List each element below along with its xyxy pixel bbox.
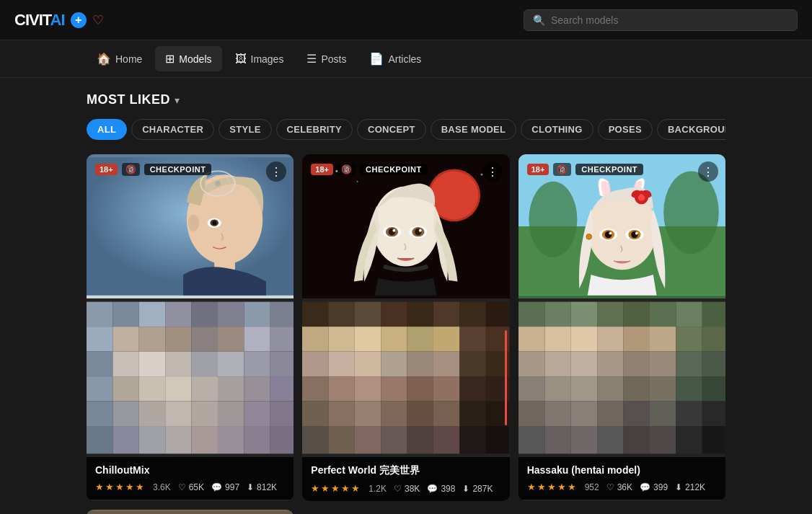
svg-rect-178 — [650, 402, 676, 426]
filter-tab-poses[interactable]: POSES — [598, 119, 653, 140]
svg-rect-116 — [355, 426, 381, 453]
svg-rect-120 — [460, 426, 486, 453]
nav-articles-label: Articles — [388, 53, 421, 65]
svg-rect-31 — [218, 352, 244, 376]
svg-rect-169 — [623, 376, 649, 401]
svg-rect-82 — [302, 327, 328, 351]
svg-rect-164 — [702, 352, 725, 376]
svg-rect-10 — [87, 302, 112, 327]
svg-rect-119 — [433, 426, 459, 453]
nav-articles[interactable]: 📄 Articles — [359, 46, 431, 71]
svg-rect-77 — [381, 302, 407, 327]
svg-rect-188 — [702, 426, 725, 453]
card3-menu-button[interactable]: ⋮ — [698, 161, 718, 182]
model-card-1[interactable]: 18+ 🔞 CHECKPOINT ⋮ ChilloutMix ★ ★ ★ ★ ★ — [87, 154, 294, 501]
model-card-4[interactable]: CHECKPOINT ⋮ — [87, 510, 294, 514]
card1-blur-svg — [87, 298, 294, 457]
svg-rect-151 — [570, 327, 596, 351]
svg-point-69 — [393, 229, 396, 232]
svg-rect-25 — [270, 327, 294, 351]
logo-blue: AI — [50, 11, 65, 29]
svg-rect-79 — [433, 302, 459, 327]
svg-rect-153 — [623, 327, 649, 351]
svg-rect-14 — [192, 302, 218, 327]
search-input[interactable] — [551, 14, 788, 26]
svg-rect-92 — [355, 352, 381, 376]
svg-rect-34 — [87, 376, 112, 401]
sort-chevron-icon[interactable]: ▾ — [175, 94, 180, 106]
svg-rect-45 — [165, 402, 191, 426]
card2-stars: ★ ★ ★ ★ ★ — [311, 483, 360, 494]
filter-tab-style[interactable]: STYLE — [219, 119, 271, 140]
svg-rect-16 — [244, 302, 270, 327]
svg-rect-154 — [650, 327, 676, 351]
svg-rect-48 — [244, 402, 270, 426]
svg-rect-47 — [218, 402, 244, 426]
svg-rect-165 — [518, 376, 544, 401]
svg-rect-36 — [139, 376, 165, 401]
svg-rect-171 — [676, 376, 702, 401]
svg-rect-174 — [544, 402, 570, 426]
filter-tab-clothing[interactable]: CLOTHING — [521, 119, 593, 140]
logo-plus-button[interactable]: + — [71, 12, 87, 28]
svg-rect-98 — [302, 376, 328, 401]
svg-rect-185 — [623, 426, 649, 453]
search-bar[interactable]: 🔍 — [524, 9, 798, 31]
filter-tabs: ALL CHARACTER STYLE CELEBRITY CONCEPT BA… — [87, 119, 725, 140]
filter-tab-background[interactable]: BACKGROUND — [657, 119, 725, 140]
svg-rect-15 — [218, 302, 244, 327]
card1-badge-nsfw: 🔞 — [122, 163, 140, 176]
card2-badge-nsfw: 🔞 — [337, 163, 356, 176]
svg-rect-94 — [407, 352, 433, 376]
svg-rect-176 — [597, 402, 623, 426]
logo-heart-icon[interactable]: ♡ — [92, 12, 104, 28]
svg-rect-13 — [165, 302, 191, 327]
svg-rect-37 — [165, 376, 191, 401]
svg-rect-84 — [355, 327, 381, 351]
model-card-3[interactable]: 18+ 🔞 CHECKPOINT ⋮ Hassaku (hentai model… — [518, 154, 725, 501]
svg-rect-184 — [597, 426, 623, 453]
nav-posts[interactable]: ☰ Posts — [296, 46, 356, 71]
svg-rect-39 — [218, 376, 244, 401]
card2-likes: ♡ 38K — [394, 484, 420, 494]
svg-rect-175 — [570, 402, 596, 426]
svg-rect-103 — [433, 376, 459, 401]
svg-rect-177 — [623, 402, 649, 426]
nav-images[interactable]: 🖼 Images — [225, 47, 294, 71]
svg-rect-57 — [270, 426, 294, 453]
svg-rect-42 — [87, 402, 112, 426]
svg-rect-155 — [676, 327, 702, 351]
svg-rect-55 — [218, 426, 244, 453]
filter-tab-celebrity[interactable]: CELEBRITY — [276, 119, 353, 140]
svg-rect-78 — [407, 302, 433, 327]
svg-rect-144 — [597, 302, 623, 327]
svg-rect-145 — [623, 302, 649, 327]
nav-posts-label: Posts — [321, 53, 346, 65]
filter-tab-concept[interactable]: CONCEPT — [357, 119, 426, 140]
nav-home[interactable]: 🏠 Home — [87, 46, 152, 71]
card1-stars: ★ ★ ★ ★ ★ — [95, 482, 144, 492]
svg-rect-114 — [302, 426, 328, 453]
nav-models-label: Models — [179, 53, 211, 65]
filter-tab-base-model[interactable]: BASE MODEL — [431, 119, 517, 140]
card3-stars: ★ ★ ★ ★ ★ — [527, 482, 576, 492]
filter-tab-all[interactable]: ALL — [87, 119, 127, 140]
svg-rect-76 — [355, 302, 381, 327]
card3-badge-type: CHECKPOINT — [575, 164, 643, 175]
cards-grid: 18+ 🔞 CHECKPOINT ⋮ ChilloutMix ★ ★ ★ ★ ★ — [87, 154, 725, 501]
filter-tab-character[interactable]: CHARACTER — [131, 119, 214, 140]
card1-face-svg — [87, 154, 294, 298]
card3-blur-svg — [518, 298, 725, 457]
nav-models[interactable]: ⊞ Models — [155, 46, 221, 71]
svg-rect-168 — [597, 376, 623, 401]
card2-menu-button[interactable]: ⋮ — [482, 161, 503, 182]
svg-rect-12 — [139, 302, 165, 327]
svg-rect-152 — [597, 327, 623, 351]
svg-rect-44 — [139, 402, 165, 426]
card1-blurred — [87, 298, 294, 457]
svg-rect-107 — [329, 402, 355, 426]
model-card-2[interactable]: 18+ 🔞 CHECKPOINT ⋮ Perfect World 完美世界 ★ … — [302, 154, 509, 501]
heart-icon: ♡ — [394, 484, 402, 494]
card1-title: ChilloutMix — [95, 464, 285, 476]
svg-rect-189 — [87, 511, 294, 514]
